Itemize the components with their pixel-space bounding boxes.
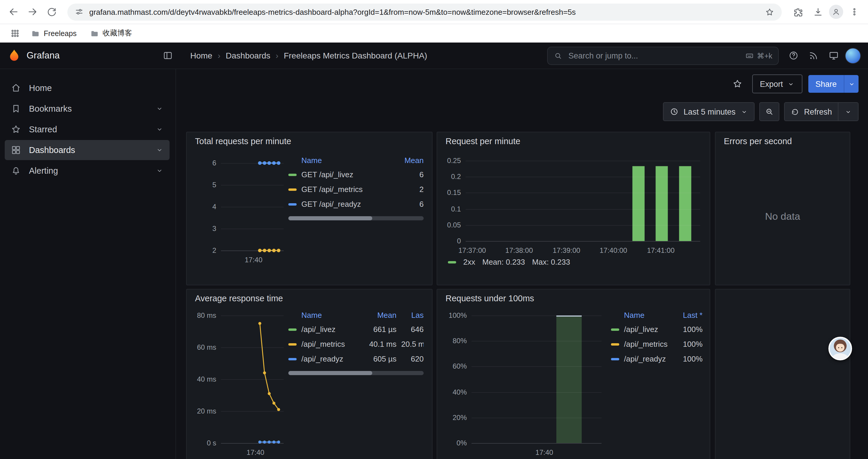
legend[interactable]: 2xx Mean: 0.233 Max: 0.233 (447, 258, 700, 266)
chevron-down-icon[interactable] (155, 146, 164, 154)
dashboard-canvas: Export Share Last 5 minutes (176, 69, 868, 459)
share-button[interactable]: Share (808, 75, 859, 93)
panel-title[interactable]: Request per minute (437, 132, 710, 146)
bookmark-folder-blogs[interactable]: 收藏博客 (85, 27, 137, 40)
search-input[interactable] (567, 51, 740, 61)
dashboards-icon (11, 145, 21, 155)
folder-icon (90, 29, 99, 38)
search-icon (554, 51, 562, 60)
clock-icon (670, 107, 679, 117)
legend: Name Mean GET /api/_livez 6 GET /api/_me… (288, 153, 424, 264)
downloads-icon[interactable] (809, 3, 827, 21)
x-axis: 17:40 (221, 254, 284, 264)
display-icon[interactable] (825, 47, 843, 64)
breadcrumb-dashboards[interactable]: Dashboards (226, 51, 270, 60)
legend-col-mean[interactable]: Mean (363, 310, 397, 319)
plot-area (221, 160, 284, 254)
sidebar-item-dashboards[interactable]: Dashboards (5, 140, 169, 160)
plot-area (466, 158, 700, 244)
sidebar-item-starred[interactable]: Starred (5, 119, 169, 139)
grafana-logo[interactable] (7, 48, 21, 63)
browser-toolbar: grafana.mathmast.com/d/deytv4rwavabkb/fr… (0, 0, 868, 24)
legend-row[interactable]: /api/_metrics 100% (611, 337, 703, 352)
help-icon[interactable] (785, 47, 802, 64)
legend-col-name[interactable]: Name (301, 310, 359, 319)
sidebar-item-alerting[interactable]: Alerting (5, 161, 169, 181)
sidebar-toggle-icon[interactable] (159, 47, 176, 64)
site-info-icon[interactable] (74, 7, 84, 17)
breadcrumb-current: Freeleaps Metrics Dashboard (ALPHA) (284, 51, 427, 60)
browser-menu-icon[interactable] (845, 3, 863, 21)
plot-area (471, 313, 601, 446)
legend-row[interactable]: GET /api/_readyz 6 (288, 197, 424, 211)
legend-col-last[interactable]: Last * (673, 310, 703, 319)
sidebar-item-home[interactable]: Home (5, 78, 169, 98)
x-axis: 17:40 (221, 446, 284, 457)
breadcrumb-home[interactable]: Home (190, 51, 212, 60)
series-swatch (611, 358, 619, 360)
legend-col-name[interactable]: Name (624, 310, 668, 319)
scrollbar-thumb[interactable] (288, 216, 372, 220)
search-box[interactable]: ⌘+k (547, 46, 779, 65)
browser-profile-avatar[interactable] (829, 5, 843, 19)
export-button[interactable]: Export (752, 74, 802, 93)
legend-col-name[interactable]: Name (301, 156, 386, 165)
assistant-avatar-overlay[interactable] (829, 337, 852, 360)
legend-row[interactable]: /api/_readyz 100% (611, 352, 703, 366)
chevron-down-icon[interactable] (844, 75, 859, 93)
panel-total-requests: Total requests per minute 65432 17:40 (186, 132, 433, 285)
series-swatch (288, 188, 297, 191)
bookmark-folder-freeleaps[interactable]: Freeleaps (26, 27, 81, 40)
chevron-down-icon[interactable] (155, 125, 164, 133)
back-icon[interactable] (5, 3, 23, 21)
refresh-button[interactable]: Refresh (784, 102, 859, 121)
panel-title[interactable]: Total requests per minute (187, 132, 432, 146)
url-text[interactable]: grafana.mathmast.com/d/deytv4rwavabkb/fr… (89, 7, 759, 16)
series-swatch (288, 173, 297, 176)
legend-row[interactable]: /api/_livez 100% (611, 322, 703, 337)
panel-title[interactable]: Requests under 100ms (437, 290, 710, 303)
home-icon (11, 83, 21, 93)
user-avatar[interactable] (845, 47, 861, 64)
legend-row[interactable]: /api/_livez 661 µs 646 (288, 322, 424, 337)
legend-scrollbar[interactable] (288, 216, 424, 220)
keyboard-icon (745, 51, 754, 60)
legend-row[interactable]: GET /api/_metrics 2 (288, 182, 424, 197)
chevron-down-icon[interactable] (155, 104, 164, 113)
sidebar-item-bookmarks[interactable]: Bookmarks (5, 99, 169, 119)
legend-col-last[interactable]: Las (401, 310, 424, 319)
no-data-message: No data (716, 149, 850, 285)
address-bar[interactable]: grafana.mathmast.com/d/deytv4rwavabkb/fr… (67, 3, 782, 21)
series-swatch (288, 343, 297, 345)
screen: grafana.mathmast.com/d/deytv4rwavabkb/fr… (0, 0, 868, 459)
zoom-out-button[interactable] (759, 102, 779, 121)
extensions-icon[interactable] (789, 3, 807, 21)
apps-grid-icon[interactable] (7, 26, 23, 41)
time-range-picker[interactable]: Last 5 minutes (663, 102, 754, 121)
panel-title[interactable]: Average response time (187, 290, 432, 303)
reload-icon[interactable] (42, 3, 60, 21)
series-swatch (288, 358, 297, 360)
x-axis: 17:37:0017:38:0017:39:0017:40:0017:41:00 (466, 244, 700, 255)
y-axis: 80 ms60 ms40 ms20 ms0 s (195, 313, 221, 446)
chevron-down-icon[interactable] (844, 108, 852, 116)
legend-row[interactable]: /api/_metrics 40.1 ms 20.5 m (288, 337, 424, 352)
breadcrumb-separator: › (218, 51, 220, 60)
scrollbar-thumb[interactable] (288, 371, 372, 375)
screenshot-viewport: grafana.mathmast.com/d/deytv4rwavabkb/fr… (0, 0, 868, 459)
panel-title[interactable]: Errors per second (716, 132, 850, 146)
legend-header: Name Mean Las (288, 308, 424, 322)
legend-row[interactable]: GET /api/_livez 6 (288, 167, 424, 182)
chevron-down-icon[interactable] (155, 167, 164, 175)
legend-col-mean[interactable]: Mean (391, 156, 424, 165)
news-feed-icon[interactable] (805, 47, 823, 64)
forward-icon[interactable] (24, 3, 41, 21)
series-swatch (611, 343, 619, 345)
legend-scrollbar[interactable] (288, 371, 424, 375)
bookmarks-bar: Freeleaps 收藏博客 (0, 24, 868, 42)
bookmark-label: 收藏博客 (102, 28, 132, 38)
favorite-star-icon[interactable] (728, 75, 746, 93)
header-actions (785, 47, 861, 64)
bookmark-star-icon[interactable] (765, 7, 775, 17)
legend-row[interactable]: /api/_readyz 605 µs 620 (288, 352, 424, 366)
